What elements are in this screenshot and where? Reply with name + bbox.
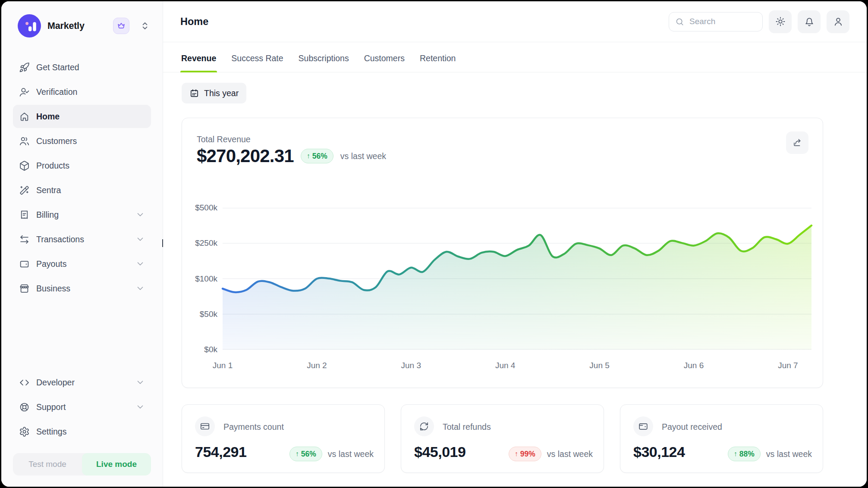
search-box[interactable] [669, 12, 763, 31]
test-mode-button[interactable]: Test mode [13, 453, 82, 475]
sidebar-item-billing[interactable]: Billing [13, 203, 151, 226]
x-axis-label: Jun 4 [495, 361, 515, 370]
content: This year Total Revenue $270,202.31 ↑ 56… [163, 72, 867, 473]
sidebar: Marketly [1, 1, 163, 487]
profile-button[interactable] [827, 10, 849, 33]
total-refunds-card: Total refunds $45,019 ↑ 99% vs last week [401, 404, 604, 473]
x-axis-label: Jun 2 [307, 361, 327, 370]
package-icon [19, 160, 30, 171]
sidebar-item-support[interactable]: Support [13, 395, 151, 419]
chevron-down-icon [135, 210, 145, 219]
metric-value: 754,291 [195, 444, 246, 460]
sidebar-item-products[interactable]: Products [13, 154, 151, 177]
wand-icon [19, 185, 30, 196]
workspace-switcher[interactable] [139, 20, 151, 31]
notifications-button[interactable] [798, 10, 821, 33]
sidebar-item-business[interactable]: Business [13, 277, 151, 300]
revenue-change-badge: ↑ 56% [301, 149, 333, 163]
storefront-icon [19, 283, 30, 294]
calendar-icon [189, 88, 199, 98]
live-mode-button[interactable]: Live mode [82, 453, 151, 475]
metric-comparison-label: vs last week [766, 449, 812, 459]
metric-change-badge: ↑ 99% [509, 447, 541, 461]
arrow-up-icon: ↑ [307, 152, 310, 160]
chevron-down-icon [135, 259, 145, 269]
metric-change-badge: ↑ 88% [728, 447, 761, 461]
sidebar-item-home[interactable]: Home [13, 105, 151, 128]
home-icon [19, 111, 30, 122]
revenue-card-label: Total Revenue [197, 135, 251, 144]
revenue-comparison-label: vs last week [340, 151, 386, 161]
tab-retention[interactable]: Retention [419, 53, 456, 72]
plan-badge[interactable] [113, 18, 129, 34]
y-axis-label: $250k [195, 238, 217, 248]
arrow-up-icon: ↑ [296, 450, 299, 458]
app-window: Marketly [1, 1, 867, 487]
metric-label: Payments count [223, 422, 284, 432]
y-axis: $0k$50k$100k$250k$500k [182, 208, 217, 350]
sidebar-item-sentra[interactable]: Sentra [13, 178, 151, 202]
share-button[interactable] [786, 131, 808, 154]
metric-value: $45,019 [414, 444, 465, 460]
sidebar-item-settings[interactable]: Settings [13, 420, 151, 443]
chevrons-up-down-icon [139, 20, 151, 31]
chevron-down-icon [135, 402, 145, 412]
payout-received-card: Payout received $30,124 ↑ 88% vs last we… [620, 404, 823, 473]
total-revenue-value: $270,202.31 [197, 146, 294, 166]
revenue-area-fill [223, 225, 811, 350]
top-bar: Home [163, 1, 867, 42]
arrow-up-icon: ↑ [734, 450, 737, 458]
tab-bar: Revenue Success Rate Subscriptions Custo… [163, 42, 867, 72]
x-axis-label: Jun 1 [213, 361, 233, 370]
sidebar-item-transactions[interactable]: Transactions [13, 228, 151, 251]
chevron-down-icon [135, 235, 145, 244]
sidebar-nav: Get Started Verification Home [1, 56, 163, 301]
crown-icon [116, 21, 126, 31]
x-axis-label: Jun 5 [589, 361, 609, 370]
workspace-row: Marketly [18, 14, 151, 38]
metric-label: Payout received [662, 422, 722, 432]
users-icon [19, 136, 30, 147]
date-range-button[interactable]: This year [182, 83, 246, 103]
sidebar-item-customers[interactable]: Customers [13, 129, 151, 153]
y-axis-label: $0k [204, 345, 217, 354]
logo-dot [25, 22, 28, 25]
workspace-name: Marketly [47, 21, 85, 31]
y-axis-label: $500k [195, 203, 217, 213]
tab-customers[interactable]: Customers [363, 53, 406, 72]
sun-icon [775, 16, 786, 27]
tab-success-rate[interactable]: Success Rate [230, 53, 284, 72]
wallet-icon [633, 416, 653, 436]
tab-revenue[interactable]: Revenue [180, 53, 217, 72]
revenue-chart[interactable] [223, 208, 811, 350]
main-area: Home [163, 1, 867, 487]
text-cursor [162, 239, 163, 247]
tab-subscriptions[interactable]: Subscriptions [298, 53, 350, 72]
user-check-icon [19, 87, 30, 97]
sidebar-item-verification[interactable]: Verification [13, 80, 151, 103]
refresh-icon [414, 416, 434, 436]
arrows-left-right-icon [19, 234, 30, 245]
metric-comparison-label: vs last week [547, 449, 593, 459]
revenue-area-chart[interactable] [223, 208, 811, 350]
metric-cards-row: Payments count 754,291 ↑ 56% vs last wee… [182, 404, 823, 473]
receipt-icon [19, 210, 30, 220]
gear-icon [19, 426, 30, 437]
search-input[interactable] [689, 16, 756, 27]
wallet-icon [19, 259, 30, 269]
life-buoy-icon [19, 402, 30, 413]
sidebar-item-get-started[interactable]: Get Started [13, 56, 151, 79]
share-icon [792, 138, 803, 148]
screen: { "app": { "name": "Marketly" }, "sideba… [0, 0, 868, 488]
metric-change-badge: ↑ 56% [289, 447, 322, 461]
sidebar-item-developer[interactable]: Developer [13, 371, 151, 394]
metric-label: Total refunds [443, 422, 491, 432]
sidebar-item-payouts[interactable]: Payouts [13, 252, 151, 275]
bell-icon [804, 16, 815, 27]
arrow-up-icon: ↑ [515, 450, 518, 458]
y-axis-label: $100k [195, 274, 217, 284]
metric-value: $30,124 [633, 444, 685, 460]
rocket-icon [19, 62, 30, 73]
theme-toggle-button[interactable] [769, 10, 792, 33]
sidebar-bottom-nav: Developer Support [1, 371, 163, 444]
